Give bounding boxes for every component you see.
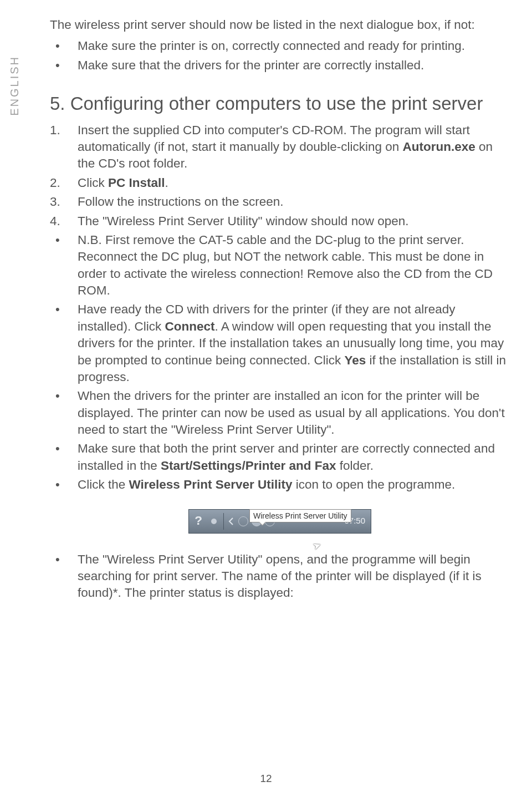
step-number: 1. [50,122,60,139]
step-number: 3. [50,194,60,210]
step-number: 2. [50,175,60,191]
window-icon [208,515,220,527]
chevron-left-icon [227,515,235,527]
list-item: The "Wireless Print Server Utility" open… [50,551,510,602]
list-item: Click the Wireless Print Server Utility … [50,476,510,493]
step-text: The "Wireless Print Server Utility" wind… [78,214,408,228]
list-item: Make sure the printer is on, correctly c… [50,38,510,54]
post-figure-bullet-list: The "Wireless Print Server Utility" open… [50,551,510,602]
list-item: 2.Click PC Install. [50,175,510,191]
tray-tooltip: Wireless Print Server Utility [249,509,351,523]
section-title: 5. Configuring other computers to use th… [50,92,510,116]
step-number: 4. [50,213,60,230]
list-item: Make sure that both the print server and… [50,440,510,474]
step-text: Insert the supplied CD into computer's C… [78,123,493,171]
list-item: 3.Follow the instructions on the screen. [50,194,510,210]
list-item: Make sure that the drivers for the print… [50,57,510,74]
step-text: Click PC Install. [78,176,168,190]
step-text: Follow the instructions on the screen. [78,195,283,209]
list-item: N.B. First remove the CAT-5 cable and th… [50,232,510,299]
numbered-steps: 1.Insert the supplied CD into computer's… [50,122,510,230]
separator-icon [223,513,224,530]
main-bullet-list: N.B. First remove the CAT-5 cable and th… [50,232,510,494]
help-icon: ? [192,515,204,527]
tray-icon-1 [238,516,248,526]
page-number: 12 [260,773,272,785]
intro-bullet-list: Make sure the printer is on, correctly c… [50,38,510,74]
list-item: Have ready the CD with drivers for the p… [50,301,510,385]
list-item: 1.Insert the supplied CD into computer's… [50,122,510,172]
document-content: The wireless print server should now be … [0,0,532,602]
tray-figure: Wireless Print Server Utility ➤ ? 07:50 [188,509,371,534]
language-side-label: ENGLISH [8,55,21,116]
intro-paragraph: The wireless print server should now be … [50,17,510,33]
list-item: 4.The "Wireless Print Server Utility" wi… [50,213,510,230]
list-item: When the drivers for the printer are ins… [50,388,510,438]
